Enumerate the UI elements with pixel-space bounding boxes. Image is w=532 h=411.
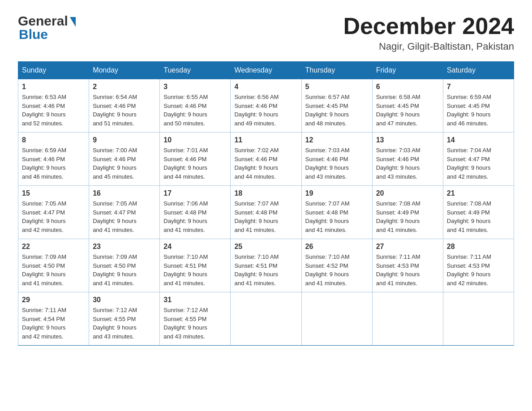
calendar-cell: 12 Sunrise: 7:03 AM Sunset: 4:46 PM Dayl… bbox=[301, 133, 372, 186]
calendar-cell: 28 Sunrise: 7:11 AM Sunset: 4:53 PM Dayl… bbox=[443, 239, 514, 292]
day-header-saturday: Saturday bbox=[443, 62, 514, 79]
day-number: 3 bbox=[163, 83, 227, 91]
calendar-cell: 24 Sunrise: 7:10 AM Sunset: 4:51 PM Dayl… bbox=[160, 239, 231, 292]
calendar-cell: 17 Sunrise: 7:06 AM Sunset: 4:48 PM Dayl… bbox=[160, 186, 231, 239]
day-number: 16 bbox=[93, 189, 156, 197]
day-number: 18 bbox=[234, 189, 297, 197]
day-info: Sunrise: 7:10 AM Sunset: 4:51 PM Dayligh… bbox=[163, 253, 227, 287]
day-info: Sunrise: 7:05 AM Sunset: 4:47 PM Dayligh… bbox=[22, 199, 85, 234]
calendar-cell: 26 Sunrise: 7:10 AM Sunset: 4:52 PM Dayl… bbox=[301, 239, 372, 292]
title-area: December 2024 Nagir, Gilgit-Baltistan, P… bbox=[343, 13, 514, 52]
day-info: Sunrise: 6:57 AM Sunset: 4:45 PM Dayligh… bbox=[305, 93, 369, 128]
calendar-cell: 18 Sunrise: 7:07 AM Sunset: 4:48 PM Dayl… bbox=[231, 186, 301, 239]
day-header-sunday: Sunday bbox=[18, 62, 89, 79]
calendar-week-5: 29 Sunrise: 7:11 AM Sunset: 4:54 PM Dayl… bbox=[18, 292, 514, 346]
calendar-cell: 8 Sunrise: 6:59 AM Sunset: 4:46 PM Dayli… bbox=[18, 133, 89, 186]
day-number: 22 bbox=[22, 243, 85, 251]
day-number: 11 bbox=[234, 136, 297, 144]
day-info: Sunrise: 7:12 AM Sunset: 4:55 PM Dayligh… bbox=[163, 306, 227, 341]
day-number: 6 bbox=[376, 83, 439, 91]
calendar-header-row: SundayMondayTuesdayWednesdayThursdayFrid… bbox=[18, 62, 514, 79]
day-info: Sunrise: 7:03 AM Sunset: 4:46 PM Dayligh… bbox=[376, 146, 439, 181]
day-number: 20 bbox=[376, 189, 439, 197]
calendar-cell: 7 Sunrise: 6:59 AM Sunset: 4:45 PM Dayli… bbox=[443, 79, 514, 133]
calendar-cell: 5 Sunrise: 6:57 AM Sunset: 4:45 PM Dayli… bbox=[301, 79, 372, 133]
calendar-cell: 31 Sunrise: 7:12 AM Sunset: 4:55 PM Dayl… bbox=[160, 292, 231, 346]
day-info: Sunrise: 7:12 AM Sunset: 4:55 PM Dayligh… bbox=[93, 306, 156, 341]
day-info: Sunrise: 7:11 AM Sunset: 4:54 PM Dayligh… bbox=[22, 306, 85, 341]
calendar-cell: 27 Sunrise: 7:11 AM Sunset: 4:53 PM Dayl… bbox=[372, 239, 443, 292]
day-info: Sunrise: 6:56 AM Sunset: 4:46 PM Dayligh… bbox=[234, 93, 297, 128]
day-number: 7 bbox=[447, 83, 510, 91]
day-info: Sunrise: 7:11 AM Sunset: 4:53 PM Dayligh… bbox=[447, 253, 510, 287]
calendar-cell: 30 Sunrise: 7:12 AM Sunset: 4:55 PM Dayl… bbox=[89, 292, 160, 346]
calendar-cell: 21 Sunrise: 7:08 AM Sunset: 4:49 PM Dayl… bbox=[443, 186, 514, 239]
day-info: Sunrise: 6:59 AM Sunset: 4:46 PM Dayligh… bbox=[22, 146, 85, 181]
calendar-cell bbox=[231, 292, 301, 346]
logo-general-text: General bbox=[18, 13, 68, 29]
day-info: Sunrise: 7:10 AM Sunset: 4:51 PM Dayligh… bbox=[234, 253, 297, 287]
day-header-wednesday: Wednesday bbox=[231, 62, 301, 79]
day-info: Sunrise: 7:00 AM Sunset: 4:46 PM Dayligh… bbox=[93, 146, 156, 181]
day-number: 27 bbox=[376, 243, 439, 251]
page-header: General Blue December 2024 Nagir, Gilgit… bbox=[18, 13, 514, 52]
day-header-friday: Friday bbox=[372, 62, 443, 79]
day-header-thursday: Thursday bbox=[301, 62, 372, 79]
day-info: Sunrise: 6:53 AM Sunset: 4:46 PM Dayligh… bbox=[22, 93, 85, 128]
calendar-cell: 23 Sunrise: 7:09 AM Sunset: 4:50 PM Dayl… bbox=[89, 239, 160, 292]
calendar-cell bbox=[372, 292, 443, 346]
day-number: 30 bbox=[93, 296, 156, 304]
logo-triangle-icon bbox=[70, 17, 76, 27]
calendar-cell: 19 Sunrise: 7:07 AM Sunset: 4:48 PM Dayl… bbox=[301, 186, 372, 239]
calendar-week-4: 22 Sunrise: 7:09 AM Sunset: 4:50 PM Dayl… bbox=[18, 239, 514, 292]
logo-blue-text: Blue bbox=[19, 27, 48, 42]
day-number: 31 bbox=[163, 296, 227, 304]
calendar-week-2: 8 Sunrise: 6:59 AM Sunset: 4:46 PM Dayli… bbox=[18, 133, 514, 186]
day-header-tuesday: Tuesday bbox=[160, 62, 231, 79]
day-info: Sunrise: 7:11 AM Sunset: 4:53 PM Dayligh… bbox=[376, 253, 439, 287]
calendar-cell: 15 Sunrise: 7:05 AM Sunset: 4:47 PM Dayl… bbox=[18, 186, 89, 239]
logo: General Blue bbox=[18, 13, 76, 42]
day-number: 8 bbox=[22, 136, 85, 144]
calendar-cell: 22 Sunrise: 7:09 AM Sunset: 4:50 PM Dayl… bbox=[18, 239, 89, 292]
calendar-cell: 13 Sunrise: 7:03 AM Sunset: 4:46 PM Dayl… bbox=[372, 133, 443, 186]
calendar-cell: 6 Sunrise: 6:58 AM Sunset: 4:45 PM Dayli… bbox=[372, 79, 443, 133]
day-number: 23 bbox=[93, 243, 156, 251]
day-number: 10 bbox=[163, 136, 227, 144]
day-number: 13 bbox=[376, 136, 439, 144]
day-number: 19 bbox=[305, 189, 369, 197]
location-subtitle: Nagir, Gilgit-Baltistan, Pakistan bbox=[343, 41, 514, 52]
day-info: Sunrise: 7:10 AM Sunset: 4:52 PM Dayligh… bbox=[305, 253, 369, 287]
calendar-cell: 11 Sunrise: 7:02 AM Sunset: 4:46 PM Dayl… bbox=[231, 133, 301, 186]
calendar-cell: 4 Sunrise: 6:56 AM Sunset: 4:46 PM Dayli… bbox=[231, 79, 301, 133]
day-info: Sunrise: 6:59 AM Sunset: 4:45 PM Dayligh… bbox=[447, 93, 510, 128]
calendar-cell: 1 Sunrise: 6:53 AM Sunset: 4:46 PM Dayli… bbox=[18, 79, 89, 133]
day-number: 21 bbox=[447, 189, 510, 197]
day-number: 5 bbox=[305, 83, 369, 91]
day-info: Sunrise: 7:09 AM Sunset: 4:50 PM Dayligh… bbox=[93, 253, 156, 287]
day-info: Sunrise: 6:55 AM Sunset: 4:46 PM Dayligh… bbox=[163, 93, 227, 128]
day-number: 28 bbox=[447, 243, 510, 251]
month-title: December 2024 bbox=[343, 13, 514, 39]
calendar-cell: 25 Sunrise: 7:10 AM Sunset: 4:51 PM Dayl… bbox=[231, 239, 301, 292]
day-number: 1 bbox=[22, 83, 85, 91]
calendar-week-1: 1 Sunrise: 6:53 AM Sunset: 4:46 PM Dayli… bbox=[18, 79, 514, 133]
day-info: Sunrise: 7:08 AM Sunset: 4:49 PM Dayligh… bbox=[376, 199, 439, 234]
day-info: Sunrise: 7:04 AM Sunset: 4:47 PM Dayligh… bbox=[447, 146, 510, 181]
day-number: 4 bbox=[234, 83, 297, 91]
calendar-cell: 14 Sunrise: 7:04 AM Sunset: 4:47 PM Dayl… bbox=[443, 133, 514, 186]
day-header-monday: Monday bbox=[89, 62, 160, 79]
day-number: 26 bbox=[305, 243, 369, 251]
calendar-cell: 16 Sunrise: 7:05 AM Sunset: 4:47 PM Dayl… bbox=[89, 186, 160, 239]
calendar-week-3: 15 Sunrise: 7:05 AM Sunset: 4:47 PM Dayl… bbox=[18, 186, 514, 239]
calendar-cell: 9 Sunrise: 7:00 AM Sunset: 4:46 PM Dayli… bbox=[89, 133, 160, 186]
calendar-cell: 2 Sunrise: 6:54 AM Sunset: 4:46 PM Dayli… bbox=[89, 79, 160, 133]
day-number: 17 bbox=[163, 189, 227, 197]
day-number: 9 bbox=[93, 136, 156, 144]
calendar-cell: 3 Sunrise: 6:55 AM Sunset: 4:46 PM Dayli… bbox=[160, 79, 231, 133]
day-info: Sunrise: 7:05 AM Sunset: 4:47 PM Dayligh… bbox=[93, 199, 156, 234]
day-number: 12 bbox=[305, 136, 369, 144]
day-number: 14 bbox=[447, 136, 510, 144]
day-info: Sunrise: 6:58 AM Sunset: 4:45 PM Dayligh… bbox=[376, 93, 439, 128]
day-info: Sunrise: 7:08 AM Sunset: 4:49 PM Dayligh… bbox=[447, 199, 510, 234]
